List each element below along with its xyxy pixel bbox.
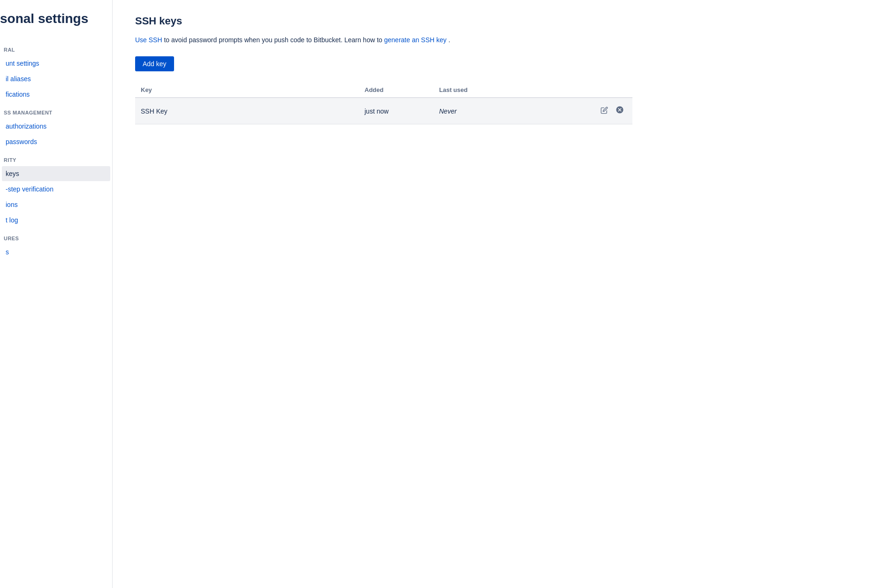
sidebar-item-passwords[interactable]: passwords <box>2 134 110 149</box>
ssh-key-name: SSH Key <box>135 98 359 124</box>
table-header: Key Added Last used <box>135 83 632 98</box>
delete-key-button[interactable] <box>613 104 627 118</box>
table-body: SSH Key just now Never <box>135 98 632 124</box>
edit-icon <box>601 107 608 116</box>
use-ssh-link[interactable]: Use SSH <box>135 36 162 44</box>
col-header-actions <box>533 83 632 98</box>
sidebar-item-authorizations[interactable]: authorizations <box>2 119 110 134</box>
last-used-never-value: Never <box>439 107 456 115</box>
sidebar-item-notifications[interactable]: fications <box>2 87 110 102</box>
ssh-key-actions <box>533 98 632 124</box>
ssh-key-added: just now <box>359 98 433 124</box>
table-header-row: Key Added Last used <box>135 83 632 98</box>
col-header-added: Added <box>359 83 433 98</box>
generate-ssh-key-link[interactable]: generate an SSH key <box>384 36 447 44</box>
table-row: SSH Key just now Never <box>135 98 632 124</box>
description-period: . <box>449 36 450 44</box>
page-title: sonal settings <box>0 11 112 39</box>
section-title: SSH keys <box>135 15 859 27</box>
sidebar-item-account-settings[interactable]: unt settings <box>2 56 110 71</box>
sidebar-section-security: RITY <box>0 150 112 166</box>
sidebar: sonal settings RAL unt settings il alias… <box>0 0 113 588</box>
sidebar-section-general: RAL <box>0 39 112 55</box>
close-circle-icon <box>616 106 624 116</box>
main-content: SSH keys Use SSH to avoid password promp… <box>113 0 882 588</box>
sidebar-item-ssh-keys[interactable]: keys <box>2 166 110 181</box>
ssh-keys-table: Key Added Last used SSH Key just now Nev… <box>135 83 632 124</box>
col-header-last-used: Last used <box>433 83 533 98</box>
add-key-button[interactable]: Add key <box>135 56 174 71</box>
edit-key-button[interactable] <box>598 105 611 118</box>
description-text: to avoid password prompts when you push … <box>164 36 384 44</box>
sidebar-item-app-authorizations[interactable]: ions <box>2 197 110 212</box>
sidebar-item-labs[interactable]: s <box>2 244 110 260</box>
sidebar-section-features: URES <box>0 228 112 244</box>
sidebar-section-access-management: SS MANAGEMENT <box>0 102 112 118</box>
sidebar-item-two-step-verification[interactable]: -step verification <box>2 182 110 197</box>
ssh-key-last-used: Never <box>433 98 533 124</box>
description: Use SSH to avoid password prompts when y… <box>135 35 859 45</box>
sidebar-item-email-aliases[interactable]: il aliases <box>2 71 110 86</box>
sidebar-item-audit-log[interactable]: t log <box>2 213 110 228</box>
col-header-key: Key <box>135 83 359 98</box>
